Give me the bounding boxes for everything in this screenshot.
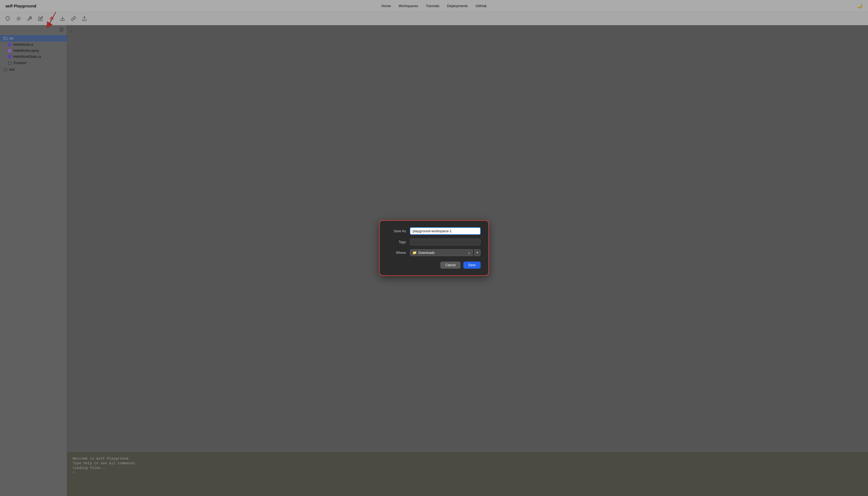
save-as-input[interactable] (410, 227, 481, 235)
where-row: Where: 📁 Downloads ▲ ▼ (387, 249, 481, 256)
where-dropdown-button[interactable]: ▼ (474, 249, 481, 256)
where-label: Where: (387, 251, 407, 255)
tags-input[interactable] (410, 238, 481, 245)
select-chevron-up: ▲ (468, 251, 470, 254)
save-button[interactable]: Save (463, 262, 481, 269)
modal-overlay[interactable]: Save As: Tags: Where: 📁 Downloads ▲ ▼ (0, 0, 868, 496)
modal-buttons: Cancel Save (387, 262, 481, 269)
tags-row: Tags: (387, 238, 481, 245)
tags-label: Tags: (387, 240, 407, 244)
save-as-label: Save As: (387, 229, 407, 233)
cancel-button[interactable]: Cancel (440, 262, 460, 269)
where-select[interactable]: 📁 Downloads ▲ (410, 249, 473, 256)
where-select-wrapper: 📁 Downloads ▲ ▼ (410, 249, 481, 256)
where-value: Downloads (418, 251, 435, 255)
save-dialog: Save As: Tags: Where: 📁 Downloads ▲ ▼ (379, 220, 489, 276)
save-as-row: Save As: (387, 227, 481, 235)
downloads-folder-icon: 📁 (412, 251, 417, 255)
